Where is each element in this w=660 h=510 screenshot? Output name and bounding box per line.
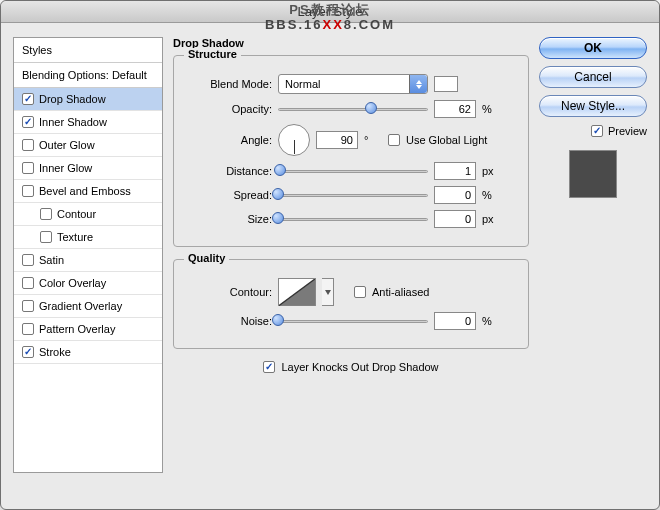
contour-picker[interactable] <box>278 278 316 306</box>
structure-group: Structure Blend Mode: Normal Opacity: <box>173 55 529 247</box>
noise-label: Noise: <box>186 315 272 327</box>
checkbox-inner-shadow[interactable] <box>22 116 34 128</box>
dialog-title: Layer Style <box>297 4 362 19</box>
contour-dropdown-button[interactable] <box>322 278 334 306</box>
style-label: Outer Glow <box>39 139 95 151</box>
size-slider[interactable] <box>278 212 428 226</box>
style-row-stroke[interactable]: Stroke <box>14 341 162 364</box>
preview-thumbnail <box>569 150 617 198</box>
knockout-checkbox[interactable] <box>263 361 275 373</box>
size-input[interactable] <box>434 210 476 228</box>
checkbox-satin[interactable] <box>22 254 34 266</box>
titlebar: Layer Style <box>1 1 659 23</box>
checkbox-stroke[interactable] <box>22 346 34 358</box>
style-label: Drop Shadow <box>39 93 106 105</box>
quality-title: Quality <box>184 252 229 264</box>
checkbox-color-overlay[interactable] <box>22 277 34 289</box>
layer-style-dialog: Layer Style PS教程论坛 BBS.16XX8.COM Styles … <box>0 0 660 510</box>
new-style-button[interactable]: New Style... <box>539 95 647 117</box>
preview-label: Preview <box>608 125 647 137</box>
style-row-drop-shadow[interactable]: Drop Shadow <box>14 88 162 111</box>
anti-aliased-label: Anti-aliased <box>372 286 429 298</box>
opacity-input[interactable] <box>434 100 476 118</box>
blend-mode-value: Normal <box>285 78 320 90</box>
style-row-pattern-overlay[interactable]: Pattern Overlay <box>14 318 162 341</box>
style-row-gradient-overlay[interactable]: Gradient Overlay <box>14 295 162 318</box>
style-label: Contour <box>57 208 96 220</box>
checkbox-pattern-overlay[interactable] <box>22 323 34 335</box>
blend-mode-select[interactable]: Normal <box>278 74 428 94</box>
ok-button[interactable]: OK <box>539 37 647 59</box>
checkbox-inner-glow[interactable] <box>22 162 34 174</box>
style-label: Stroke <box>39 346 71 358</box>
angle-input[interactable] <box>316 131 358 149</box>
style-row-bevel-emboss[interactable]: Bevel and Emboss <box>14 180 162 203</box>
anti-aliased-checkbox[interactable] <box>354 286 366 298</box>
distance-slider[interactable] <box>278 164 428 178</box>
chevron-updown-icon <box>409 75 427 93</box>
checkbox-texture[interactable] <box>40 231 52 243</box>
style-row-inner-glow[interactable]: Inner Glow <box>14 157 162 180</box>
distance-input[interactable] <box>434 162 476 180</box>
style-row-texture[interactable]: Texture <box>14 226 162 249</box>
use-global-light-checkbox[interactable] <box>388 134 400 146</box>
style-label: Satin <box>39 254 64 266</box>
distance-unit: px <box>482 165 500 177</box>
style-label: Inner Glow <box>39 162 92 174</box>
spread-unit: % <box>482 189 500 201</box>
use-global-light-label: Use Global Light <box>406 134 487 146</box>
angle-unit: ° <box>364 134 382 146</box>
style-label: Pattern Overlay <box>39 323 115 335</box>
style-row-color-overlay[interactable]: Color Overlay <box>14 272 162 295</box>
knockout-label: Layer Knocks Out Drop Shadow <box>281 361 438 373</box>
checkbox-drop-shadow[interactable] <box>22 93 34 105</box>
size-label: Size: <box>186 213 272 225</box>
size-unit: px <box>482 213 500 225</box>
styles-panel: Styles Blending Options: Default Drop Sh… <box>13 37 163 473</box>
checkbox-bevel-emboss[interactable] <box>22 185 34 197</box>
style-label: Texture <box>57 231 93 243</box>
right-column: OK Cancel New Style... Preview <box>539 37 647 473</box>
blend-mode-label: Blend Mode: <box>186 78 272 90</box>
contour-label: Contour: <box>186 286 272 298</box>
checkbox-outer-glow[interactable] <box>22 139 34 151</box>
style-row-outer-glow[interactable]: Outer Glow <box>14 134 162 157</box>
style-label: Inner Shadow <box>39 116 107 128</box>
noise-unit: % <box>482 315 500 327</box>
style-label: Gradient Overlay <box>39 300 122 312</box>
noise-input[interactable] <box>434 312 476 330</box>
opacity-unit: % <box>482 103 500 115</box>
noise-slider[interactable] <box>278 314 428 328</box>
checkbox-gradient-overlay[interactable] <box>22 300 34 312</box>
distance-label: Distance: <box>186 165 272 177</box>
angle-dial[interactable] <box>278 124 310 156</box>
spread-label: Spread: <box>186 189 272 201</box>
settings-panel: Drop Shadow Structure Blend Mode: Normal… <box>173 37 529 473</box>
shadow-color-swatch[interactable] <box>434 76 458 92</box>
spread-input[interactable] <box>434 186 476 204</box>
checkbox-contour[interactable] <box>40 208 52 220</box>
style-row-contour[interactable]: Contour <box>14 203 162 226</box>
style-row-inner-shadow[interactable]: Inner Shadow <box>14 111 162 134</box>
blending-options[interactable]: Blending Options: Default <box>14 63 162 88</box>
opacity-label: Opacity: <box>186 103 272 115</box>
spread-slider[interactable] <box>278 188 428 202</box>
preview-checkbox[interactable] <box>591 125 603 137</box>
quality-group: Quality Contour: Anti-aliased Noise: <box>173 259 529 349</box>
style-row-satin[interactable]: Satin <box>14 249 162 272</box>
angle-label: Angle: <box>186 134 272 146</box>
cancel-button[interactable]: Cancel <box>539 66 647 88</box>
structure-title: Structure <box>184 48 241 60</box>
style-label: Bevel and Emboss <box>39 185 131 197</box>
styles-header[interactable]: Styles <box>14 38 162 63</box>
style-label: Color Overlay <box>39 277 106 289</box>
opacity-slider[interactable] <box>278 102 428 116</box>
